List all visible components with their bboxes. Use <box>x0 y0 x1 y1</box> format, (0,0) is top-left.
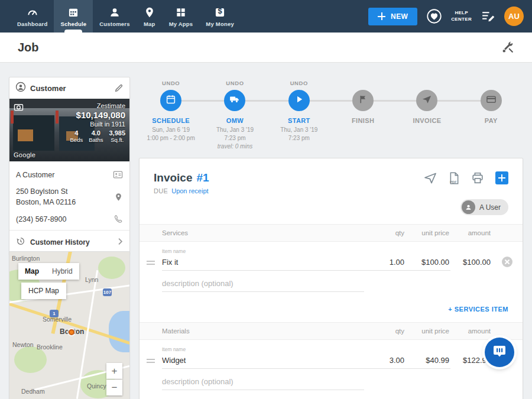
nav-item-schedule[interactable]: Schedule <box>54 0 93 33</box>
zoom-out-button[interactable]: − <box>106 379 122 395</box>
service-item-row: Item name $100.00 <box>140 242 523 271</box>
step-label: INVOICE <box>413 117 441 124</box>
apps-grid-icon <box>174 6 187 19</box>
start-step-button[interactable] <box>288 90 310 111</box>
baths-label: Baths <box>89 137 103 143</box>
invoice-step-button[interactable] <box>416 90 437 111</box>
chat-launcher-button[interactable] <box>485 338 514 367</box>
map-type-hybrid-button[interactable]: Hybrid <box>46 263 79 280</box>
help-line2: CENTER <box>451 17 472 23</box>
location-pin-icon[interactable] <box>114 192 123 202</box>
step-finish: FINISH <box>331 80 395 151</box>
schedule-step-button[interactable] <box>160 90 181 111</box>
edit-pencil-icon[interactable] <box>114 83 124 93</box>
due-label: DUE <box>154 187 168 194</box>
flag-icon <box>358 94 368 107</box>
pdf-label: PDF <box>450 180 457 184</box>
step-omw: UNDO OMW Thu, Jan 3 '19 7:23 pm travel: … <box>203 80 267 151</box>
streetview-camera-icon[interactable] <box>14 103 24 113</box>
baths-value: 4.0 <box>89 129 103 137</box>
health-heart-icon[interactable] <box>426 8 442 24</box>
due-terms-link[interactable]: Upon receipt <box>171 187 208 194</box>
material-qty-input[interactable] <box>364 353 406 368</box>
amount-column-header: amount <box>450 229 492 236</box>
new-button[interactable]: NEW <box>368 8 417 25</box>
chevron-right-icon <box>118 237 123 248</box>
omw-step-button[interactable] <box>224 90 245 111</box>
hcp-map-button[interactable]: HCP Map <box>21 283 66 299</box>
help-center-link[interactable]: HELP CENTER <box>451 10 472 23</box>
map-zoom-controls: + − <box>106 363 122 395</box>
user-avatar[interactable]: AU <box>504 7 524 26</box>
help-line1: HELP <box>451 10 472 17</box>
map-type-controls: Map Hybrid <box>18 263 79 280</box>
drag-handle-icon[interactable] <box>140 261 162 271</box>
customer-card-title: Customer <box>30 84 110 93</box>
pay-step-button[interactable] <box>481 90 502 111</box>
job-tools-icon[interactable] <box>501 41 514 54</box>
route-shield-1: 1 <box>50 310 59 317</box>
invoice-number: #1 <box>196 171 209 184</box>
map-label-lynn: Lynn <box>85 276 98 283</box>
send-invoice-icon[interactable] <box>423 171 437 185</box>
zestimate-label: Zestimate <box>70 102 125 109</box>
map-label-burlington: Burlington <box>12 255 40 262</box>
property-photo: Zestimate $10,149,080 Built in 1911 4Bed… <box>9 99 129 161</box>
service-name-input[interactable] <box>162 255 364 270</box>
add-service-item-link[interactable]: + SERVICES ITEM <box>448 306 508 313</box>
service-unit-price-input[interactable] <box>406 255 450 270</box>
service-qty-input[interactable] <box>364 255 406 270</box>
truck-icon <box>229 94 240 107</box>
invoice-actions: PDF <box>423 171 508 185</box>
materials-header-row: Materials qty unit price amount <box>140 322 523 340</box>
contact-card-icon[interactable] <box>113 170 123 179</box>
remove-service-item-button[interactable] <box>502 257 512 267</box>
nav-label: My Apps <box>169 21 193 27</box>
nav-item-my-money[interactable]: $ My Money <box>199 0 241 33</box>
property-stats: 4Beds 4.0Baths 3,985Sq.ft. <box>70 129 125 143</box>
phone-icon[interactable] <box>113 215 123 224</box>
step-label: PAY <box>485 117 498 124</box>
nav-item-my-apps[interactable]: My Apps <box>163 0 200 33</box>
undo-schedule-link[interactable]: UNDO <box>162 80 180 87</box>
service-description-row <box>140 271 523 292</box>
unit-price-column-header: unit price <box>406 229 450 236</box>
chat-bubble-icon <box>492 344 507 361</box>
undo-start-link[interactable]: UNDO <box>290 80 308 87</box>
job-header-bar: Job <box>0 33 532 63</box>
primary-nav: Dashboard Schedule Customers Map <box>0 0 241 33</box>
map-type-map-button[interactable]: Map <box>18 263 46 280</box>
job-progress-stepper: UNDO SCHEDULE Sun, Jan 6 '19 1:00 pm - 2… <box>139 80 523 151</box>
undo-omw-link[interactable]: UNDO <box>226 80 244 87</box>
built-year: Built in 1911 <box>70 121 125 128</box>
nav-item-customers[interactable]: Customers <box>93 0 136 33</box>
material-description-input[interactable] <box>162 375 364 390</box>
services-header-row: Services qty unit price amount <box>140 224 523 242</box>
nav-item-map[interactable]: Map <box>137 0 163 33</box>
materials-section-label: Materials <box>162 327 364 335</box>
mini-map[interactable]: Burlington Lynn Somerville Boston Newton… <box>9 251 130 399</box>
sqft-label: Sq.ft. <box>109 137 125 143</box>
money-icon: $ <box>213 6 226 19</box>
nav-label: Customers <box>99 21 129 27</box>
paper-plane-icon <box>421 94 432 107</box>
app-root: Dashboard Schedule Customers Map <box>0 0 532 399</box>
step-detail: Sun, Jan 6 '19 1:00 pm - 2:00 pm <box>147 126 195 142</box>
pdf-icon[interactable]: PDF <box>449 172 460 184</box>
finish-step-button[interactable] <box>352 90 374 111</box>
assignee-chip[interactable]: A User <box>460 199 508 215</box>
job-location-marker[interactable] <box>69 329 74 335</box>
material-name-input[interactable] <box>162 353 364 368</box>
drag-handle-icon[interactable] <box>140 359 162 369</box>
service-description-input[interactable] <box>162 277 364 291</box>
nav-item-dashboard[interactable]: Dashboard <box>11 0 54 33</box>
beds-value: 4 <box>70 129 83 137</box>
notes-pencil-icon[interactable] <box>481 9 495 24</box>
add-invoice-button[interactable] <box>495 171 508 184</box>
customers-icon <box>108 6 121 19</box>
material-unit-price-input[interactable] <box>406 353 450 368</box>
print-icon[interactable] <box>471 171 484 184</box>
nav-label: My Money <box>206 21 234 27</box>
customer-phone-row: (234) 567-8900 <box>16 211 123 228</box>
zoom-in-button[interactable]: + <box>106 363 122 379</box>
